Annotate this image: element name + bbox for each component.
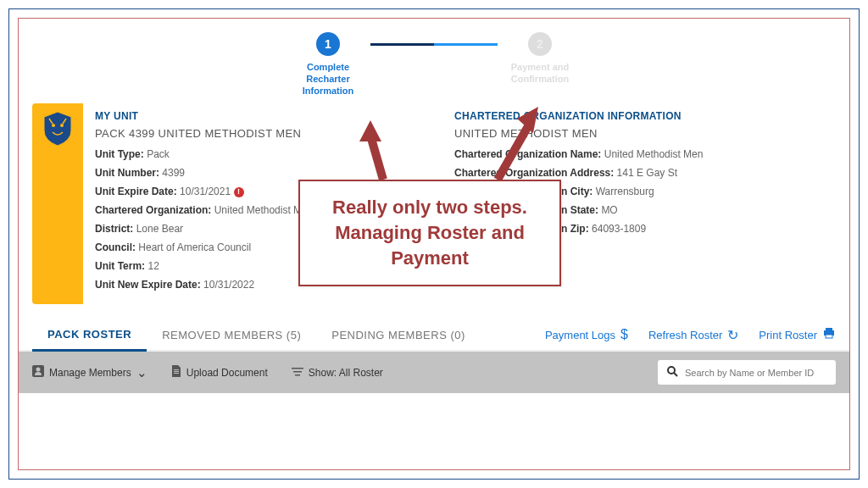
- search-input[interactable]: [685, 368, 827, 378]
- org-zip-value: 64093-1809: [592, 223, 646, 235]
- filter-icon: [292, 365, 303, 380]
- chevron-down-icon: ⌄: [136, 365, 147, 380]
- print-roster-link[interactable]: Print Roster: [759, 327, 836, 342]
- upload-document-label: Upload Document: [186, 367, 268, 379]
- svg-point-13: [668, 367, 675, 374]
- cub-scout-badge: [32, 103, 83, 304]
- unit-term-value: 12: [147, 260, 159, 272]
- upload-document-button[interactable]: Upload Document: [171, 365, 268, 380]
- unit-term-label: Unit Term:: [95, 260, 145, 272]
- search-box[interactable]: [658, 360, 836, 385]
- svg-rect-12: [295, 374, 300, 376]
- unit-expire-value: 10/31/2021: [180, 186, 231, 197]
- council-label: Council:: [95, 241, 136, 253]
- svg-rect-4: [826, 335, 832, 338]
- callout-arrow-left: [358, 120, 400, 188]
- manage-members-button[interactable]: Manage Members ⌄: [32, 365, 147, 380]
- step-1-label: Complete Recharter Information: [303, 61, 354, 97]
- unit-expire-label: Unit Expire Date:: [95, 186, 177, 197]
- svg-rect-10: [292, 368, 303, 369]
- unit-number-label: Unit Number:: [95, 167, 159, 179]
- svg-rect-9: [174, 373, 179, 374]
- search-icon: [666, 365, 678, 380]
- unit-new-expire-label: Unit New Expire Date:: [95, 279, 201, 291]
- svg-line-15: [370, 136, 383, 180]
- unit-type-label: Unit Type:: [95, 148, 144, 160]
- step-2[interactable]: 2 Payment and Confirmation: [498, 32, 582, 85]
- svg-point-6: [36, 368, 41, 372]
- annotation-callout: Really only two steps. Managing Roster a…: [298, 180, 561, 286]
- unit-type-value: Pack: [147, 148, 170, 160]
- print-roster-label: Print Roster: [759, 329, 817, 341]
- person-icon: [32, 365, 44, 380]
- document-icon: [171, 365, 181, 380]
- svg-rect-3: [826, 328, 832, 330]
- tab-pending-members[interactable]: PENDING MEMBERS (0): [316, 320, 481, 350]
- svg-marker-16: [359, 120, 381, 141]
- chartered-org-label: Chartered Organization:: [95, 204, 211, 216]
- callout-line-2: Managing Roster and: [310, 220, 549, 246]
- progress-stepper: 1 Complete Recharter Information 2 Payme…: [19, 19, 849, 103]
- show-filter-label: Show: All Roster: [309, 367, 383, 379]
- callout-arrow-right: [489, 103, 548, 188]
- district-label: District:: [95, 223, 133, 235]
- svg-line-17: [498, 120, 531, 180]
- refresh-roster-link[interactable]: Refresh Roster ↻: [648, 327, 738, 343]
- wolf-badge-icon: [41, 110, 75, 147]
- org-city-value: Warrensburg: [596, 186, 654, 197]
- roster-toolbar: Manage Members ⌄ Upload Document Show: A…: [19, 352, 849, 393]
- payment-logs-label: Payment Logs: [545, 329, 615, 341]
- dollar-icon: $: [620, 327, 628, 342]
- refresh-roster-label: Refresh Roster: [648, 329, 722, 341]
- step-circle-1: 1: [316, 32, 340, 56]
- step-connector: [370, 43, 498, 46]
- district-value: Lone Bear: [136, 223, 183, 235]
- svg-rect-8: [174, 371, 179, 372]
- unit-new-expire-value: 10/31/2022: [203, 279, 254, 291]
- svg-point-0: [52, 124, 55, 127]
- step-2-label: Payment and Confirmation: [511, 61, 569, 85]
- tab-pack-roster[interactable]: PACK ROSTER: [32, 319, 147, 352]
- tab-removed-members[interactable]: REMOVED MEMBERS (5): [147, 320, 316, 350]
- svg-rect-7: [174, 369, 179, 370]
- expire-alert-icon[interactable]: [234, 187, 244, 197]
- org-name-value: United Methodist Men: [604, 148, 704, 160]
- show-filter-button[interactable]: Show: All Roster: [292, 365, 383, 380]
- printer-icon: [822, 327, 836, 342]
- council-value: Heart of America Council: [138, 241, 251, 253]
- org-state-value: MO: [601, 204, 617, 216]
- manage-members-label: Manage Members: [49, 367, 131, 379]
- step-circle-2: 2: [528, 32, 552, 56]
- unit-number-value: 4399: [162, 167, 185, 179]
- svg-point-1: [60, 124, 64, 127]
- svg-line-14: [674, 373, 677, 376]
- svg-rect-11: [293, 371, 302, 373]
- refresh-icon: ↻: [727, 327, 738, 343]
- org-addr-value: 141 E Gay St: [617, 167, 677, 179]
- step-1[interactable]: 1 Complete Recharter Information: [286, 32, 370, 97]
- payment-logs-link[interactable]: Payment Logs $: [545, 327, 628, 342]
- callout-line-3: Payment: [310, 246, 549, 271]
- callout-line-1: Really only two steps.: [310, 195, 549, 220]
